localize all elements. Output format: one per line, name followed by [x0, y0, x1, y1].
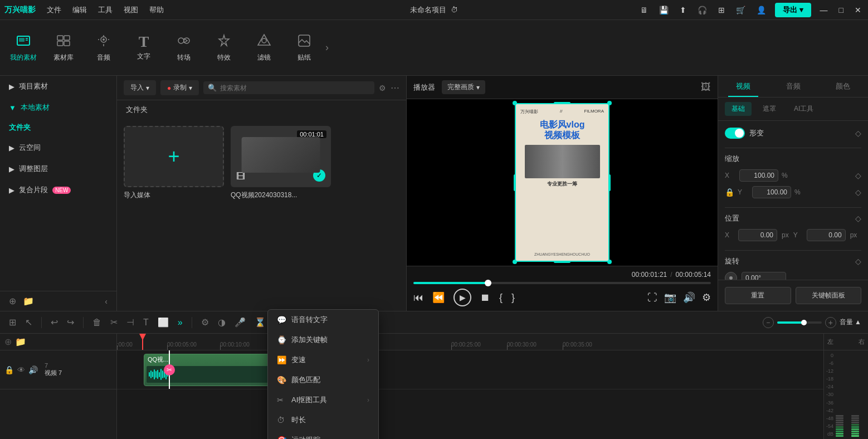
tab-video[interactable]: 视频: [718, 76, 768, 97]
vol-plus-button[interactable]: +: [825, 317, 836, 328]
icon-user[interactable]: 👤: [754, 6, 768, 14]
subtab-mask[interactable]: 遮罩: [756, 102, 783, 116]
tl-voice-button[interactable]: 🎤: [232, 316, 248, 329]
rotation-diamond[interactable]: ◇: [855, 257, 861, 266]
track-lock-icon[interactable]: 🔒: [4, 365, 14, 374]
tool-filter[interactable]: 滤镜: [245, 26, 283, 70]
scale-x-diamond[interactable]: ◇: [855, 171, 861, 180]
scale-x-input[interactable]: [739, 169, 778, 182]
ctx-speed[interactable]: ⏩ 变速 ›: [268, 350, 378, 370]
progress-bar[interactable]: [413, 282, 711, 284]
icon-save[interactable]: 💾: [657, 6, 671, 14]
lock-icon[interactable]: 🔒: [725, 188, 734, 197]
keyframe-panel-button[interactable]: 关键帧面板: [796, 287, 862, 304]
export-button[interactable]: 导出 ▾: [775, 3, 811, 17]
toolbar-more-arrow[interactable]: ›: [323, 42, 331, 53]
ctx-motion-track[interactable]: 🎯 运动跟踪: [268, 430, 378, 439]
screenshot-button[interactable]: 📷: [664, 291, 676, 304]
tl-grid-button[interactable]: ⊞: [7, 316, 18, 329]
icon-headphones[interactable]: 🎧: [695, 6, 709, 14]
stop-button[interactable]: ⏹: [480, 292, 490, 304]
video-card-1[interactable]: 🎞 00:01:01 ✓ QQ视频2024030318...: [231, 126, 331, 304]
tab-audio[interactable]: 音频: [768, 76, 818, 97]
tool-sticker[interactable]: 贴纸: [285, 26, 323, 70]
audio-button[interactable]: 🔊: [683, 291, 695, 304]
tl-delete-button[interactable]: 🗑: [90, 316, 104, 329]
menu-help[interactable]: 帮助: [149, 5, 164, 15]
nav-local-assets[interactable]: ▼ 本地素材: [0, 97, 116, 118]
icon-grid[interactable]: ⊞: [716, 6, 727, 14]
tab-color[interactable]: 颜色: [818, 76, 868, 97]
step-back-button[interactable]: ⏮: [413, 292, 423, 304]
position-diamond[interactable]: ◇: [855, 214, 861, 223]
tl-more-button[interactable]: »: [175, 316, 185, 329]
import-media-card[interactable]: + 导入媒体: [124, 126, 224, 304]
transform-diamond[interactable]: ◇: [855, 129, 861, 138]
rotation-input[interactable]: [742, 272, 786, 280]
collapse-icon[interactable]: ‹: [105, 297, 108, 306]
tool-text[interactable]: T 文字: [125, 26, 163, 70]
minimize-button[interactable]: —: [818, 6, 830, 14]
tool-my-assets[interactable]: 我的素材: [4, 26, 42, 70]
ctx-add-keyframe[interactable]: ⌚ 添加关键帧: [268, 330, 378, 350]
add-track-folder[interactable]: 📁: [15, 336, 26, 347]
icon-monitor[interactable]: 🖥: [638, 6, 650, 14]
folder-icon[interactable]: 📁: [23, 296, 34, 306]
quality-selector[interactable]: 完整画质 ▾: [442, 80, 485, 94]
tl-select-button[interactable]: ↖: [23, 316, 35, 329]
vol-slider[interactable]: [777, 321, 822, 324]
vol-thumb[interactable]: [801, 320, 807, 325]
tl-speed-button[interactable]: ⚙: [199, 316, 211, 329]
tl-keyframe-button[interactable]: ⌛: [252, 316, 268, 329]
subtab-basic[interactable]: 基础: [725, 102, 752, 116]
search-input[interactable]: [220, 84, 370, 92]
tool-transition[interactable]: 转场: [165, 26, 203, 70]
tl-text-button[interactable]: T: [141, 316, 151, 329]
track-eye-icon[interactable]: 👁: [17, 365, 25, 374]
frame-back-button[interactable]: ⏪: [432, 291, 445, 304]
menu-view[interactable]: 视图: [124, 5, 138, 15]
search-box[interactable]: 🔍: [203, 81, 374, 94]
nav-cloud[interactable]: ▶ 云空间: [0, 137, 116, 158]
rotation-circle[interactable]: [725, 272, 737, 280]
nav-adjustment[interactable]: ▶ 调整图层: [0, 158, 116, 179]
more-icon[interactable]: ⋯: [391, 82, 399, 93]
play-button[interactable]: ▶: [453, 289, 471, 306]
tl-redo-button[interactable]: ↪: [65, 316, 76, 329]
tl-color-match-button[interactable]: ◑: [216, 316, 228, 329]
ctx-speech-to-text[interactable]: 💬 语音转文字: [268, 310, 378, 330]
pos-x-input[interactable]: [738, 229, 777, 241]
reset-button[interactable]: 重置: [725, 287, 791, 304]
nav-project-assets[interactable]: ▶ 项目素材: [0, 76, 116, 97]
maximize-button[interactable]: □: [837, 6, 846, 14]
settings-pb-button[interactable]: ⚙: [702, 291, 711, 304]
pos-y-input[interactable]: [807, 229, 846, 241]
record-button[interactable]: ● 录制 ▾: [160, 80, 199, 95]
tl-crop-button[interactable]: ⬜: [155, 316, 171, 329]
transform-toggle[interactable]: [725, 128, 745, 139]
icon-upload[interactable]: ⬆: [677, 6, 689, 14]
tool-effects[interactable]: 特效: [205, 26, 243, 70]
add-track-icon[interactable]: ⊕: [9, 296, 16, 306]
menu-tools[interactable]: 工具: [98, 5, 113, 15]
progress-thumb[interactable]: [485, 280, 491, 286]
tl-playhead[interactable]: [142, 334, 143, 350]
tool-asset-lib[interactable]: 素材库: [45, 26, 82, 70]
preview-image-icon[interactable]: 🖼: [701, 81, 711, 93]
ctx-ai-cutout[interactable]: ✂ AI抠图工具 ›: [268, 390, 378, 410]
ctx-color-match[interactable]: 🎨 颜色匹配: [268, 370, 378, 390]
track-volume-icon[interactable]: 🔊: [28, 365, 38, 374]
mark-in-button[interactable]: {: [499, 292, 503, 304]
vol-minus-button[interactable]: −: [763, 317, 774, 328]
tl-split-button[interactable]: ⊣: [124, 316, 136, 329]
scale-y-input[interactable]: [752, 186, 791, 198]
icon-cart[interactable]: 🛒: [734, 6, 748, 14]
close-button[interactable]: ✕: [852, 6, 864, 14]
filter-icon[interactable]: ⚙: [379, 84, 386, 92]
tool-audio[interactable]: 音频: [85, 26, 123, 70]
nav-compound[interactable]: ▶ 复合片段 NEW: [0, 179, 116, 201]
tl-undo-button[interactable]: ↩: [48, 316, 60, 329]
import-button[interactable]: 导入 ▾: [124, 80, 156, 95]
add-track-plus[interactable]: ⊕: [4, 336, 12, 347]
fullscreen-button[interactable]: ⛶: [647, 292, 657, 304]
